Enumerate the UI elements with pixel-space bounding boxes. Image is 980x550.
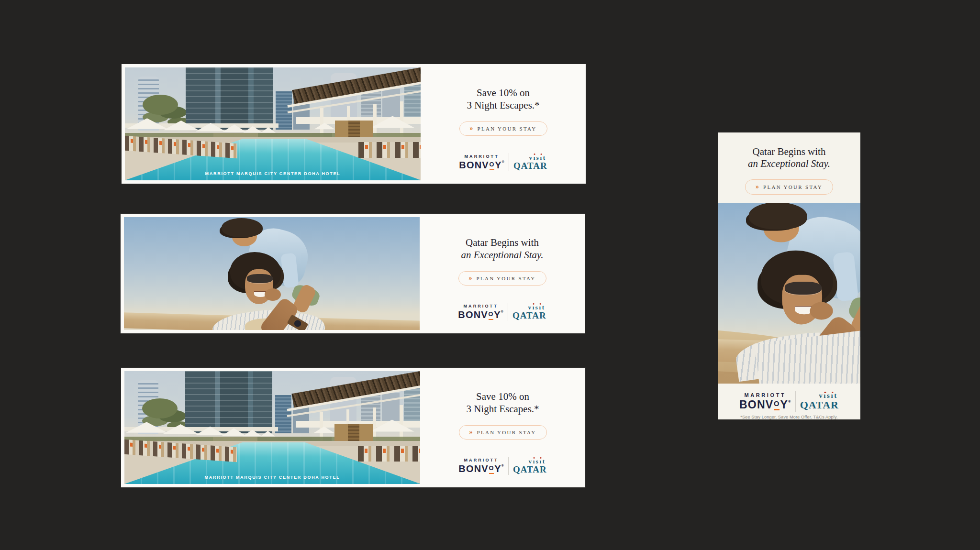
halfpage-banner-exceptional-stay[interactable]: Qatar Begins with an Exceptional Stay. »… <box>718 132 860 419</box>
visit-wordmark: vısıt <box>529 458 547 464</box>
headline-line-1: Save 10% on <box>420 390 585 403</box>
bonvoy-text: BONV <box>458 309 488 320</box>
registered-mark: ® <box>502 160 504 164</box>
registered-mark: ® <box>501 310 503 313</box>
bonvoy-text: BONV <box>458 463 489 474</box>
bonvoy-o: O <box>774 400 780 407</box>
sunglasses <box>247 274 273 283</box>
hotel-pool-photo: MARRIOTT MARQUIS CITY CENTER DOHA HOTEL <box>125 67 421 180</box>
bonvoy-wordmark: BONVOY® <box>739 399 791 410</box>
double-chevron-icon: » <box>468 275 472 282</box>
visit-qatar-logo: vısıt QATAR <box>512 304 546 320</box>
plan-your-stay-button[interactable]: » PLAN YOUR STAY <box>745 179 833 195</box>
pool-scene <box>125 67 421 180</box>
banner-content: Save 10% on 3 Night Escapes.* » PLAN YOU… <box>420 368 585 487</box>
cta-label: PLAN YOUR STAY <box>476 275 535 281</box>
bonvoy-wordmark: BONVOY® <box>458 464 504 473</box>
double-chevron-icon: » <box>756 184 759 190</box>
headline-line-2: 3 Night Escapes.* <box>421 99 586 111</box>
banner-content: Qatar Begins with an Exceptional Stay. »… <box>420 214 585 333</box>
boy-hair <box>222 218 263 237</box>
plan-your-stay-button[interactable]: » PLAN YOUR STAY <box>459 121 547 136</box>
hotel-pool-photo: MARRIOTT MARQUIS CITY CENTER DOHA HOTEL <box>124 371 420 484</box>
bonvoy-o-mark: O <box>489 465 494 472</box>
registered-mark: ® <box>788 399 791 403</box>
plan-your-stay-button[interactable]: » PLAN YOUR STAY <box>458 271 546 286</box>
headline-line-1: Qatar Begins with <box>718 146 860 158</box>
presentation-canvas: { "canvas": { "background": "#242322" },… <box>0 0 980 550</box>
qatar-wordmark: QATAR <box>513 161 547 170</box>
logo-divider <box>795 391 796 412</box>
bonvoy-text: Y <box>494 463 501 474</box>
bonvoy-text: BONV <box>459 160 489 170</box>
qatar-wordmark: QATAR <box>513 465 547 474</box>
plan-your-stay-button[interactable]: » PLAN YOUR STAY <box>458 425 546 440</box>
marriott-wordmark: MARRIOTT <box>744 393 786 398</box>
brand-logos: MARRIOTT BONVOY® vısıt QATAR <box>718 391 860 412</box>
desert-scene <box>124 217 420 330</box>
father-son-desert-photo <box>718 203 860 384</box>
bonvoy-orange-underline <box>489 319 493 320</box>
bonvoy-wordmark: BONVOY® <box>458 310 503 319</box>
qatar-wordmark: QATAR <box>512 311 546 320</box>
photo-caption: MARRIOTT MARQUIS CITY CENTER DOHA HOTEL <box>125 171 421 176</box>
headline-line-1: Qatar Begins with <box>420 236 585 249</box>
bonvoy-o-mark: O <box>490 162 495 168</box>
marriott-bonvoy-logo: MARRIOTT BONVOY® <box>739 393 791 410</box>
double-chevron-icon: » <box>469 429 472 436</box>
logo-divider <box>509 153 509 171</box>
palm-trees <box>143 95 178 115</box>
leaderboard-banner-exceptional-stay[interactable]: Qatar Begins with an Exceptional Stay. »… <box>121 214 585 333</box>
bonvoy-text: Y <box>495 160 502 170</box>
bonvoy-text: BONV <box>739 398 773 411</box>
lounger-pillows <box>358 449 420 453</box>
bonvoy-o: O <box>490 161 495 168</box>
registered-mark: ® <box>501 464 504 467</box>
headline-line-2: 3 Night Escapes.* <box>420 403 585 415</box>
boy-hair <box>749 203 808 230</box>
bonvoy-orange-underline <box>489 473 494 474</box>
cta-label: PLAN YOUR STAY <box>477 126 536 132</box>
brand-logos: MARRIOTT BONVOY® vısıt QATAR <box>420 457 585 475</box>
glass-tower <box>185 371 272 433</box>
cta-label: PLAN YOUR STAY <box>477 429 536 435</box>
glass-tower <box>186 67 273 130</box>
double-chevron-icon: » <box>469 125 473 132</box>
father-son-desert-photo <box>124 217 420 330</box>
logo-divider <box>508 303 508 321</box>
headline: Save 10% on 3 Night Escapes.* <box>420 390 585 415</box>
bonvoy-o: O <box>489 310 494 318</box>
pool-scene <box>124 371 420 484</box>
banner-content: Save 10% on 3 Night Escapes.* » PLAN YOU… <box>421 64 586 184</box>
headline: Qatar Begins with an Exceptional Stay. <box>420 236 585 261</box>
sunglasses <box>785 282 822 295</box>
visit-wordmark: vısıt <box>819 392 839 399</box>
bonvoy-o-mark: O <box>489 311 494 318</box>
bonvoy-o-mark: O <box>774 400 780 407</box>
bonvoy-wordmark: BONVOY® <box>459 160 504 170</box>
headline-line-1: Save 10% on <box>421 87 586 99</box>
leaderboard-banner-save10-bottom[interactable]: MARRIOTT MARQUIS CITY CENTER DOHA HOTEL … <box>121 368 585 487</box>
marriott-bonvoy-logo: MARRIOTT BONVOY® <box>458 304 503 319</box>
logo-divider <box>508 457 509 475</box>
headline: Qatar Begins with an Exceptional Stay. <box>718 146 860 170</box>
lounger-pillows <box>358 145 421 149</box>
visit-wordmark: vısıt <box>528 304 546 310</box>
bonvoy-o: O <box>489 464 494 472</box>
marriott-bonvoy-logo: MARRIOTT BONVOY® <box>459 154 504 170</box>
visit-qatar-logo: vısıt QATAR <box>513 154 547 170</box>
cta-label: PLAN YOUR STAY <box>763 184 823 190</box>
bonvoy-orange-underline <box>490 169 494 170</box>
headline-line-2: an Exceptional Stay. <box>420 249 585 261</box>
marriott-wordmark: MARRIOTT <box>463 304 498 308</box>
headline-line-2: an Exceptional Stay. <box>718 158 860 170</box>
bonvoy-orange-underline <box>774 409 780 410</box>
palm-trees <box>142 398 178 418</box>
man-hand <box>810 302 833 319</box>
leaderboard-banner-save10-top[interactable]: MARRIOTT MARQUIS CITY CENTER DOHA HOTEL … <box>122 64 586 184</box>
brand-logos: MARRIOTT BONVOY® vısıt QATAR <box>421 153 586 171</box>
bonvoy-text: Y <box>780 398 788 411</box>
marriott-wordmark: MARRIOTT <box>464 154 499 159</box>
qatar-wordmark: QATAR <box>800 400 839 410</box>
visit-wordmark: vısıt <box>529 154 547 161</box>
